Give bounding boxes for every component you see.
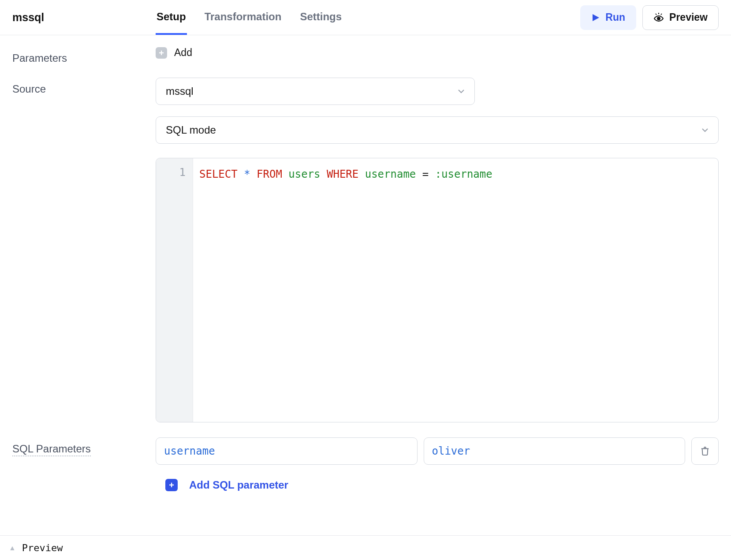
eye-icon (653, 12, 664, 23)
preview-button[interactable]: Preview (642, 5, 719, 30)
sql-parameters-row: SQL Parameters + Add SQ (12, 437, 719, 491)
run-button-label: Run (605, 11, 625, 23)
tab-label: Transformation (205, 11, 282, 23)
preview-button-label: Preview (669, 11, 708, 23)
add-sql-parameter-label: Add SQL parameter (189, 479, 288, 491)
header-actions: Run Preview (580, 5, 719, 30)
svg-marker-0 (593, 14, 599, 21)
source-row: Source mssql SQL mode 1 SELECT * FROM us… (12, 78, 719, 422)
svg-line-3 (661, 14, 662, 15)
svg-line-2 (656, 14, 656, 15)
mode-select-value: SQL mode (166, 124, 216, 136)
tab-setup[interactable]: Setup (156, 0, 187, 35)
svg-point-4 (657, 17, 660, 20)
delete-sql-parameter-button[interactable] (691, 437, 719, 465)
editor-gutter: 1 (156, 158, 193, 422)
plus-icon: + (165, 479, 178, 491)
body: Parameters + Add Source mssql SQL mode (0, 35, 731, 491)
mode-select[interactable]: SQL mode (156, 116, 719, 144)
line-number: 1 (156, 166, 186, 179)
sql-parameters-label: SQL Parameters (12, 437, 91, 456)
parameters-row: Parameters + Add (12, 47, 719, 64)
source-select[interactable]: mssql (156, 78, 475, 105)
add-parameter-label: Add (174, 47, 192, 59)
plus-icon: + (156, 47, 167, 59)
header: mssql Setup Transformation Settings Run (0, 0, 731, 35)
source-label: Source (12, 78, 156, 95)
caret-up-icon: ▲ (9, 544, 16, 552)
editor-code[interactable]: SELECT * FROM users WHERE username = :us… (193, 158, 718, 422)
tab-settings[interactable]: Settings (299, 0, 343, 35)
preview-panel-bar[interactable]: ▲ Preview (0, 535, 731, 560)
add-parameter-button[interactable]: + Add (156, 47, 192, 59)
tab-label: Setup (157, 11, 186, 23)
sql-parameter-value-input[interactable] (424, 437, 686, 465)
trash-icon (700, 446, 710, 456)
parameters-label: Parameters (12, 47, 156, 64)
sql-parameter-key-input[interactable] (156, 437, 418, 465)
chevron-down-icon (457, 87, 466, 96)
sql-editor[interactable]: 1 SELECT * FROM users WHERE username = :… (156, 158, 719, 422)
resource-name[interactable]: mssql (12, 11, 156, 24)
run-button[interactable]: Run (580, 5, 636, 30)
source-select-value: mssql (166, 85, 194, 97)
play-icon (591, 13, 600, 22)
chevron-down-icon (701, 126, 709, 134)
tab-label: Settings (300, 11, 342, 23)
tab-transformation[interactable]: Transformation (204, 0, 283, 35)
add-sql-parameter-button[interactable]: + Add SQL parameter (165, 479, 288, 491)
sql-parameter-row (156, 437, 719, 465)
preview-panel-label: Preview (22, 542, 63, 553)
tabs: Setup Transformation Settings (156, 0, 343, 35)
